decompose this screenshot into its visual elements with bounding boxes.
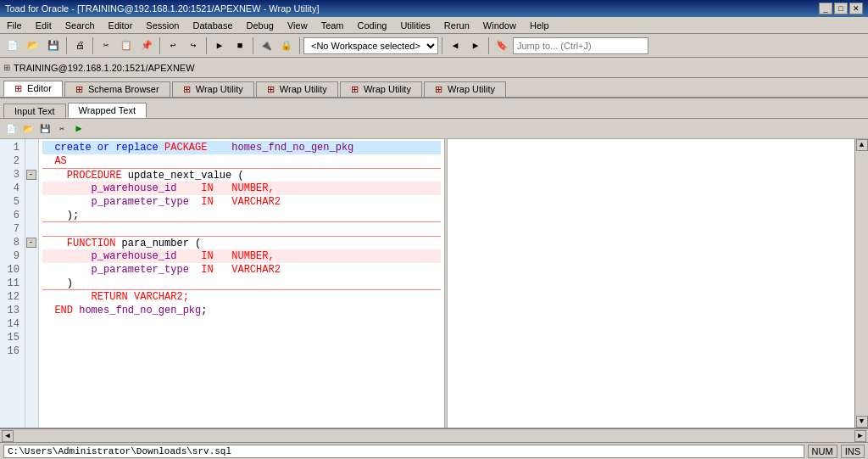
cut-button[interactable]: ✂	[97, 36, 115, 55]
menu-coding[interactable]: Coding	[354, 20, 391, 31]
run-small-btn[interactable]: ▶	[71, 121, 86, 137]
minimize-button[interactable]: _	[819, 3, 832, 14]
code-area[interactable]: create or replace PACKAGE homes_fnd_no_g…	[39, 139, 444, 428]
collapse-column: - -	[25, 139, 39, 428]
ln-7: 7	[5, 222, 19, 236]
menu-edit[interactable]: Edit	[32, 20, 55, 31]
code-line-15	[42, 331, 441, 344]
run-button[interactable]: ▶	[210, 36, 229, 55]
menu-help[interactable]: Help	[526, 20, 553, 31]
menu-rerun[interactable]: Rerun	[441, 20, 473, 31]
print-button[interactable]: 🖨	[70, 36, 89, 55]
menu-window[interactable]: Window	[480, 20, 520, 31]
tab-input-text[interactable]: Input Text	[3, 104, 66, 118]
ln-2: 2	[5, 154, 19, 168]
tab-wrap-utility-1[interactable]: ⊞ Wrap Utility	[172, 81, 254, 97]
code-wrapper: 1 2 3 4 5 6 7 8 9 10 11 12 13 14 15 16	[0, 139, 868, 428]
code-line-6: );	[42, 209, 441, 222]
tab-editor[interactable]: ⊞ Editor	[3, 81, 63, 97]
nav-path: TRAINING@192.168.1.20:1521/APEXNEW	[14, 63, 195, 73]
ln-4: 4	[5, 182, 19, 195]
code-line-1: create or replace PACKAGE homes_fnd_no_g…	[42, 141, 441, 154]
new-btn[interactable]: 📄	[3, 121, 19, 137]
vertical-scrollbar[interactable]: ▲ ▼	[854, 139, 868, 428]
menu-session[interactable]: Session	[142, 20, 182, 31]
right-panel	[448, 139, 854, 428]
separator-7	[442, 37, 442, 54]
status-bar: NUM INS	[0, 442, 868, 459]
menu-utilities[interactable]: Utilities	[397, 20, 433, 31]
main-window: Toad for Oracle - [TRAINING@192.168.1.20…	[0, 0, 868, 459]
bookmark-button[interactable]: 🔖	[492, 36, 511, 55]
menu-search[interactable]: Search	[62, 20, 98, 31]
collapse-spacer-4	[25, 182, 38, 195]
menu-editor[interactable]: Editor	[105, 20, 136, 31]
jump-to-input[interactable]	[513, 37, 648, 54]
code-line-10: p_parameter_type IN VARCHAR2	[42, 263, 441, 277]
separator-4	[206, 37, 207, 54]
ln-16: 16	[5, 344, 19, 358]
tab-wrap-utility-4[interactable]: ⊞ Wrap Utility	[424, 81, 506, 97]
scroll-up-button[interactable]: ▲	[856, 139, 868, 151]
scroll-down-button[interactable]: ▼	[856, 416, 868, 428]
db-connect-button[interactable]: 🔌	[257, 36, 275, 55]
paste-button[interactable]: 📌	[137, 36, 156, 55]
code-toolbar: 📄 📂 💾 ✂ ▶	[0, 119, 868, 139]
cut-small-btn[interactable]: ✂	[54, 121, 70, 137]
undo-button[interactable]: ↩	[164, 36, 182, 55]
separator-2	[92, 37, 93, 54]
collapse-3: -	[25, 168, 38, 182]
ln-8: 8	[5, 236, 19, 249]
separator-3	[159, 37, 160, 54]
collapse-8: -	[25, 236, 38, 249]
workspace-selector[interactable]: <No Workspace selected>	[303, 37, 438, 54]
nav-icon: ⊞	[3, 63, 10, 72]
tab-wrap-utility-2[interactable]: ⊞ Wrap Utility	[256, 81, 338, 97]
menu-file[interactable]: File	[3, 20, 25, 31]
open-btn[interactable]: 📂	[20, 121, 36, 137]
status-ins: INS	[841, 445, 865, 458]
ln-15: 15	[5, 331, 19, 344]
open-file-button[interactable]: 📂	[24, 36, 42, 55]
ln-13: 13	[5, 304, 19, 317]
search-prev-button[interactable]: ◀	[446, 36, 465, 55]
maximize-button[interactable]: □	[834, 3, 848, 14]
code-line-4: p_warehouse_id IN NUMBER,	[42, 182, 441, 195]
redo-button[interactable]: ↪	[184, 36, 203, 55]
tab-schema-browser[interactable]: ⊞ Schema Browser	[64, 81, 170, 97]
tab-wrapped-text[interactable]: Wrapped Text	[68, 103, 147, 118]
code-line-13: END homes_fnd_no_gen_pkg;	[42, 304, 441, 317]
horizontal-scrollbar[interactable]: ◀ ▶	[0, 428, 868, 442]
copy-button[interactable]: 📋	[117, 36, 136, 55]
ln-11: 11	[5, 277, 19, 290]
ln-10: 10	[5, 263, 19, 277]
menu-team[interactable]: Team	[318, 20, 348, 31]
collapse-spacer-7	[25, 222, 38, 236]
scroll-left-button[interactable]: ◀	[2, 430, 14, 442]
save-button[interactable]: 💾	[44, 36, 63, 55]
ln-9: 9	[5, 249, 19, 263]
h-scroll-track	[15, 430, 853, 442]
code-line-16	[42, 344, 441, 358]
close-button[interactable]: ✕	[849, 3, 863, 14]
new-file-button[interactable]: 📄	[3, 36, 22, 55]
status-path-input[interactable]	[3, 445, 804, 458]
separator-5	[253, 37, 253, 54]
db-disconnect-button[interactable]: 🔒	[277, 36, 296, 55]
collapse-icon-8[interactable]: -	[26, 238, 36, 248]
tab-wrap-utility-3[interactable]: ⊞ Wrap Utility	[340, 81, 422, 97]
scroll-right-button[interactable]: ▶	[854, 430, 866, 442]
separator-1	[66, 37, 67, 54]
title-bar-buttons: _ □ ✕	[819, 3, 863, 14]
collapse-spacer-1	[25, 141, 38, 154]
menu-database[interactable]: Database	[189, 20, 236, 31]
code-line-7	[42, 222, 441, 236]
menu-debug[interactable]: Debug	[243, 20, 277, 31]
collapse-icon-3[interactable]: -	[26, 170, 36, 180]
menu-view[interactable]: View	[284, 20, 311, 31]
save-small-btn[interactable]: 💾	[37, 121, 53, 137]
code-line-12: RETURN VARCHAR2;	[42, 290, 441, 304]
stop-button[interactable]: ■	[231, 36, 249, 55]
search-next-button[interactable]: ▶	[466, 36, 485, 55]
collapse-spacer-6	[25, 209, 38, 222]
